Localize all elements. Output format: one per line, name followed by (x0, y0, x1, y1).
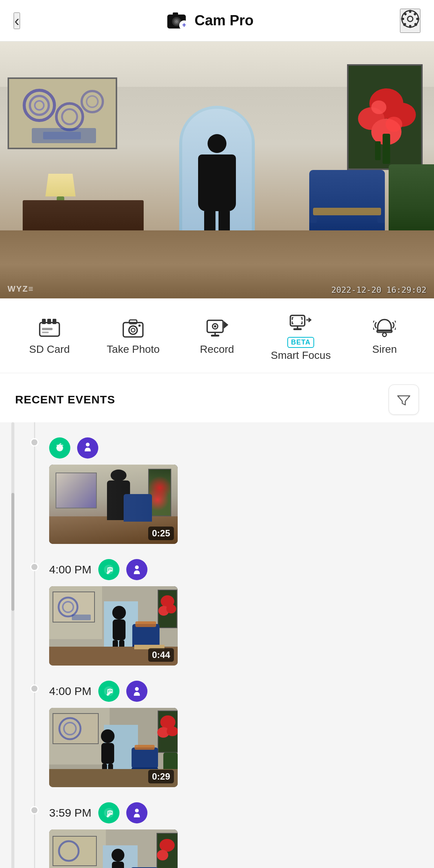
filter-button[interactable] (389, 385, 419, 415)
event-thumbnail-3[interactable] (49, 829, 178, 868)
console-table (23, 200, 144, 234)
events-list: 0:25 4:00 PM (0, 422, 434, 868)
svg-point-114 (112, 849, 124, 862)
event-thumbnail-2[interactable]: 0:29 (49, 708, 178, 787)
svg-rect-53 (290, 315, 305, 326)
person-badge-partial (77, 437, 98, 459)
motion-badge-partial (49, 437, 70, 459)
toolbar-item-smart-focus[interactable]: BETA Smart Focus (267, 310, 335, 361)
svg-point-3 (175, 20, 178, 23)
svg-rect-78 (132, 624, 160, 647)
event-duration-2: 0:29 (148, 770, 174, 783)
smart-focus-label-wrap: BETA Smart Focus (271, 337, 331, 361)
svg-rect-39 (53, 319, 56, 324)
svg-point-32 (371, 100, 386, 114)
timeline-dot-1 (30, 563, 39, 571)
svg-text:+: + (182, 21, 186, 29)
svg-rect-16 (413, 12, 417, 15)
wyze-watermark: WYZ≡ (8, 284, 34, 294)
svg-rect-34 (383, 134, 390, 164)
svg-rect-43 (129, 320, 137, 324)
header-title-area: + Cam Pro (167, 11, 254, 31)
svg-point-62 (135, 565, 139, 569)
beta-badge: BETA (287, 337, 315, 348)
smart-focus-label: Smart Focus (271, 349, 331, 361)
person-badge-3[interactable] (126, 802, 147, 823)
event-item-2: 4:00 PM (0, 673, 434, 791)
motion-badge-1[interactable] (98, 559, 119, 580)
svg-point-33 (386, 117, 402, 132)
toolbar-item-record[interactable]: Record (183, 316, 251, 355)
couch (389, 164, 434, 240)
event-duration-partial: 0:25 (148, 527, 174, 540)
svg-point-45 (131, 328, 135, 332)
svg-rect-80 (135, 621, 156, 627)
event-time-2: 4:00 PM (49, 685, 91, 698)
cam-pro-icon: + (167, 11, 189, 31)
painting-right (347, 64, 423, 170)
settings-button[interactable] (400, 9, 420, 33)
svg-rect-26 (43, 132, 81, 139)
svg-rect-35 (375, 141, 381, 160)
motion-badge-2[interactable] (98, 681, 119, 702)
event-thumbnail-1[interactable]: 0:44 (49, 586, 178, 666)
svg-marker-50 (224, 321, 228, 329)
svg-rect-38 (47, 319, 51, 324)
person-icon-partial (82, 442, 93, 455)
svg-rect-4 (173, 12, 178, 15)
event-item-partial: 0:25 (0, 430, 434, 548)
app-title: Cam Pro (195, 12, 254, 29)
person-badge-2[interactable] (126, 681, 147, 702)
toolbar-item-sd-card[interactable]: SD Card (16, 316, 84, 355)
record-icon (204, 316, 230, 339)
recent-events-title: RECENT EVENTS (15, 393, 115, 406)
partial-badges (49, 430, 434, 459)
toolbar-item-siren[interactable]: Siren (350, 316, 418, 355)
svg-point-74 (112, 606, 126, 619)
motion-badge-3[interactable] (98, 802, 119, 823)
motion-icon-partial (54, 441, 65, 455)
svg-point-49 (214, 325, 216, 327)
svg-point-8 (408, 16, 413, 22)
svg-point-84 (135, 687, 139, 691)
back-button[interactable]: ‹ (14, 12, 20, 29)
event-time-row-3: 3:59 PM (49, 795, 434, 823)
timeline-dot-partial (30, 438, 39, 446)
smart-focus-icon (288, 310, 314, 332)
svg-point-58 (56, 445, 63, 451)
svg-rect-115 (112, 862, 124, 868)
svg-rect-68 (72, 615, 91, 620)
svg-rect-12 (416, 18, 419, 20)
svg-rect-55 (293, 328, 302, 330)
svg-point-93 (167, 726, 178, 736)
svg-point-95 (101, 729, 115, 743)
svg-rect-52 (211, 335, 219, 337)
svg-point-111 (160, 839, 175, 852)
svg-point-44 (129, 326, 137, 334)
timeline-dot-2 (30, 684, 39, 693)
svg-point-60 (86, 443, 90, 446)
event-time-3: 3:59 PM (49, 806, 91, 819)
svg-rect-13 (403, 12, 407, 15)
event-item-3: 3:59 PM (0, 795, 434, 868)
event-time-1: 4:00 PM (49, 563, 91, 576)
sd-card-label: SD Card (29, 343, 70, 355)
toolbar-item-take-photo[interactable]: Take Photo (99, 316, 167, 355)
svg-rect-96 (101, 743, 114, 764)
svg-point-105 (135, 809, 139, 812)
svg-point-72 (166, 604, 176, 613)
timeline-dot-3 (30, 806, 39, 814)
camera-feed[interactable]: WYZ≡ 2022-12-20 16:29:02 (0, 42, 434, 298)
person-silhouette (194, 134, 240, 232)
siren-icon (371, 316, 398, 339)
person-badge-1[interactable] (126, 559, 147, 580)
event-thumbnail-partial[interactable]: 0:25 (49, 465, 178, 544)
svg-rect-9 (409, 10, 411, 13)
siren-label: Siren (372, 343, 397, 355)
svg-rect-37 (42, 319, 46, 324)
svg-rect-10 (409, 25, 411, 28)
event-time-row-1: 4:00 PM (49, 551, 434, 580)
event-item-1: 4:00 PM (0, 551, 434, 669)
take-photo-icon (120, 316, 146, 339)
event-time-row-2: 4:00 PM (49, 673, 434, 702)
